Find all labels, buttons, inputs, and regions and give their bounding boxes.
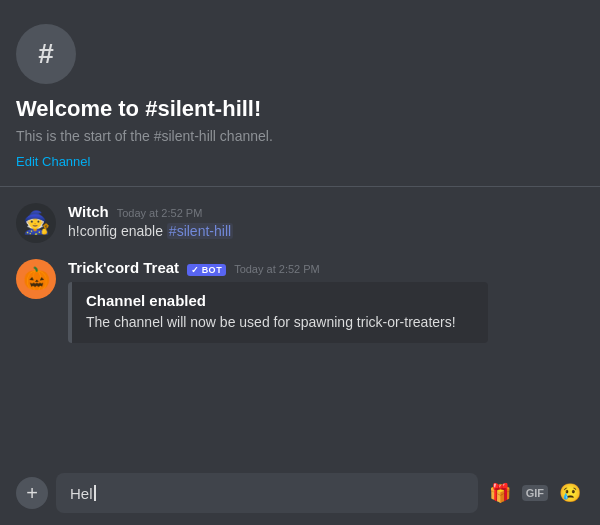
add-content-button[interactable]: + <box>16 477 48 509</box>
username: Trick'cord Treat <box>68 259 179 276</box>
table-row: 🧙 Witch Today at 2:52 PM h!config enable… <box>16 203 584 243</box>
embed-card: Channel enabled The channel will now be … <box>68 282 488 343</box>
checkmark-icon: ✓ <box>191 265 200 275</box>
bot-label: BOT <box>202 265 223 275</box>
messages-area: 🧙 Witch Today at 2:52 PM h!config enable… <box>0 187 600 465</box>
avatar: 🧙 <box>16 203 56 243</box>
bot-badge: ✓ BOT <box>187 264 226 276</box>
channel-mention[interactable]: #silent-hill <box>167 223 233 239</box>
username: Witch <box>68 203 109 220</box>
message-text-prefix: h!config enable <box>68 223 167 239</box>
timestamp: Today at 2:52 PM <box>117 207 203 219</box>
message-input[interactable]: Hel <box>56 473 478 513</box>
channel-icon: # <box>16 24 76 84</box>
embed-description: The channel will now be used for spawnin… <box>86 313 474 333</box>
channel-header: # Welcome to #silent-hill! This is the s… <box>0 0 600 187</box>
bot-avatar-icon: 🎃 <box>23 266 50 292</box>
text-cursor <box>94 485 96 501</box>
hash-icon: # <box>38 38 54 70</box>
input-area: + Hel 🎁 GIF 😢 <box>0 465 600 525</box>
witch-avatar-icon: 🧙 <box>23 210 50 236</box>
emoji-button[interactable]: 😢 <box>556 479 584 507</box>
timestamp: Today at 2:52 PM <box>234 263 320 275</box>
avatar: 🎃 <box>16 259 56 299</box>
message-header: Witch Today at 2:52 PM <box>68 203 584 220</box>
embed-title: Channel enabled <box>86 292 474 309</box>
message-header: Trick'cord Treat ✓ BOT Today at 2:52 PM <box>68 259 584 276</box>
gift-button[interactable]: 🎁 <box>486 479 514 507</box>
gif-button[interactable]: GIF <box>522 485 548 501</box>
message-text: h!config enable #silent-hill <box>68 222 584 242</box>
message-content: Trick'cord Treat ✓ BOT Today at 2:52 PM … <box>68 259 584 343</box>
input-text: Hel <box>70 485 93 502</box>
message-content: Witch Today at 2:52 PM h!config enable #… <box>68 203 584 242</box>
table-row: 🎃 Trick'cord Treat ✓ BOT Today at 2:52 P… <box>16 259 584 343</box>
edit-channel-link[interactable]: Edit Channel <box>16 154 90 169</box>
input-actions: 🎁 GIF 😢 <box>486 479 584 507</box>
channel-title: Welcome to #silent-hill! <box>16 96 584 122</box>
channel-description: This is the start of the #silent-hill ch… <box>16 128 584 144</box>
